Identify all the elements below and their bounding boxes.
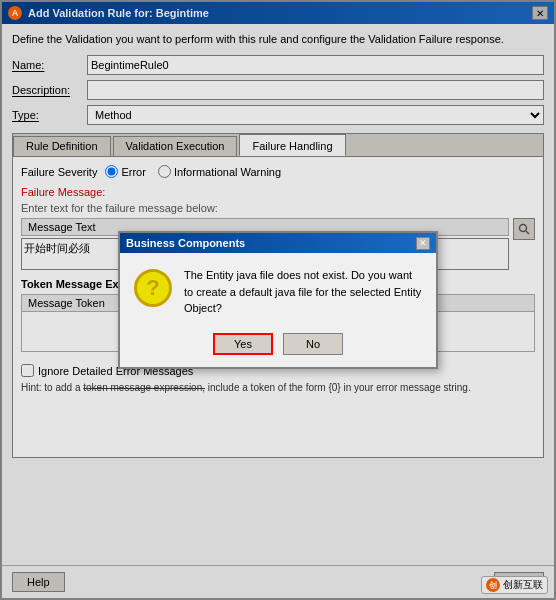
dialog-title-bar: Business Components ✕: [120, 233, 436, 253]
dialog-buttons: Yes No: [120, 327, 436, 367]
dialog-body: ? The Entity java file does not exist. D…: [120, 253, 436, 327]
business-components-dialog: Business Components ✕ ? The Entity java …: [118, 231, 438, 369]
dialog-yes-button[interactable]: Yes: [213, 333, 273, 355]
dialog-question-icon: ?: [134, 269, 172, 307]
dialog-close-button[interactable]: ✕: [416, 237, 430, 250]
dialog-message: The Entity java file does not exist. Do …: [184, 267, 422, 317]
dialog-no-button[interactable]: No: [283, 333, 343, 355]
dialog-overlay: Business Components ✕ ? The Entity java …: [2, 2, 554, 598]
dialog-title: Business Components: [126, 237, 245, 249]
main-window: A Add Validation Rule for: Begintime ✕ D…: [0, 0, 556, 600]
